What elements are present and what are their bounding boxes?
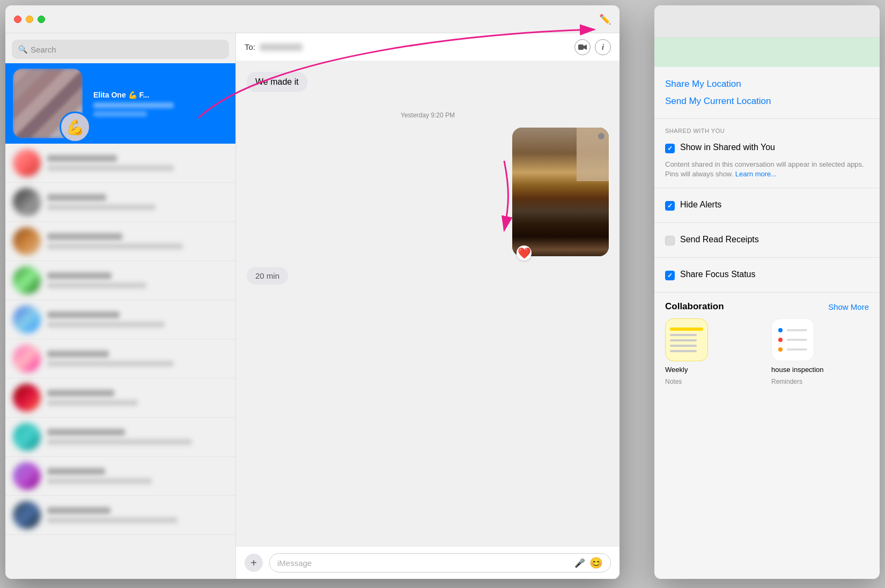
time-bubble: 20 min xyxy=(247,267,288,285)
attachment-button[interactable]: + xyxy=(245,554,263,572)
learn-more-link[interactable]: Learn more... xyxy=(735,170,777,178)
message-input-field[interactable]: iMessage 🎤 😊 xyxy=(269,553,611,572)
focus-status-checkbox[interactable]: ✓ xyxy=(665,271,675,280)
search-placeholder: Search xyxy=(31,45,56,54)
checkmark-icon: ✓ xyxy=(667,202,673,210)
list-item[interactable] xyxy=(5,339,235,378)
info-panel: Share My Location Send My Current Locati… xyxy=(654,5,880,579)
read-receipts-section: Send Read Receipts xyxy=(654,223,880,258)
message-timestamp: Yesterday 9:20 PM xyxy=(247,111,609,119)
content-area: 🔍 Search 💪 Elita One 💪 F... xyxy=(5,33,620,579)
checkmark-icon: ✓ xyxy=(667,272,673,279)
minimize-button[interactable] xyxy=(26,16,33,23)
selected-contact-name: Elita One 💪 F... xyxy=(93,91,228,99)
collab-item-house-inspection[interactable]: house inspection Reminders xyxy=(771,318,869,385)
search-bar[interactable]: 🔍 Search xyxy=(12,40,229,59)
list-item[interactable] xyxy=(5,457,235,496)
hide-alerts-label: Hide Alerts xyxy=(680,200,721,210)
list-item[interactable] xyxy=(5,378,235,418)
chat-input-area: + iMessage 🎤 😊 xyxy=(236,546,620,579)
list-item[interactable] xyxy=(5,418,235,457)
collab-item-type: Reminders xyxy=(771,378,802,385)
collab-item-type: Notes xyxy=(665,378,682,385)
checkmark-icon: ✓ xyxy=(667,145,673,152)
emoji-button[interactable]: 😊 xyxy=(589,556,603,569)
green-banner xyxy=(654,38,880,67)
conversation-list[interactable]: 💪 Elita One 💪 F... xyxy=(5,63,235,579)
collab-item-weekly[interactable]: Weekly Notes xyxy=(665,318,763,385)
svg-marker-1 xyxy=(584,44,587,50)
share-my-location-link[interactable]: Share My Location xyxy=(665,76,869,93)
collab-item-name: house inspection xyxy=(771,366,824,374)
collab-item-name: Weekly xyxy=(665,366,688,374)
collaboration-header: Collaboration Show More xyxy=(654,293,880,318)
send-current-location-link[interactable]: Send My Current Location xyxy=(665,93,869,110)
hide-alerts-section: ✓ Hide Alerts xyxy=(654,188,880,223)
maximize-button[interactable] xyxy=(38,16,45,23)
list-item[interactable] xyxy=(5,300,235,339)
chat-messages[interactable]: We made it Yesterday 9:20 PM xyxy=(236,61,620,546)
show-in-shared-row: ✓ Show in Shared with You xyxy=(665,139,869,157)
to-label: To: xyxy=(245,42,255,51)
show-in-shared-checkbox[interactable]: ✓ xyxy=(665,144,675,153)
show-in-shared-label: Show in Shared with You xyxy=(680,143,775,152)
shared-description: Content shared in this conversation will… xyxy=(665,160,869,179)
list-item[interactable] xyxy=(5,261,235,300)
list-item[interactable] xyxy=(5,222,235,261)
svg-rect-0 xyxy=(578,44,584,50)
focus-status-row: ✓ Share Focus Status xyxy=(665,266,869,284)
info-panel-content: Share My Location Send My Current Locati… xyxy=(654,38,880,579)
read-receipts-row: Send Read Receipts xyxy=(665,232,869,249)
heart-reaction: ❤️ xyxy=(517,245,532,260)
video-call-button[interactable] xyxy=(574,39,591,55)
info-panel-header xyxy=(654,5,880,38)
read-receipts-label: Send Read Receipts xyxy=(680,235,759,244)
title-bar: ✏️ xyxy=(5,5,620,33)
collaboration-title: Collaboration xyxy=(665,301,724,312)
show-more-button[interactable]: Show More xyxy=(828,302,869,311)
list-item[interactable] xyxy=(5,183,235,222)
audio-input-icon: 🎤 xyxy=(574,558,585,568)
close-button[interactable] xyxy=(14,16,21,23)
list-item[interactable] xyxy=(5,144,235,183)
info-button[interactable]: i xyxy=(595,39,611,55)
focus-status-label: Share Focus Status xyxy=(680,270,756,279)
to-value xyxy=(260,43,303,51)
search-icon: 🔍 xyxy=(18,45,27,54)
shared-with-you-section: SHARED WITH YOU ✓ Show in Shared with Yo… xyxy=(654,119,880,188)
shared-with-you-label: SHARED WITH YOU xyxy=(665,128,869,134)
location-section: Share My Location Send My Current Locati… xyxy=(654,67,880,119)
collaboration-section: Collaboration Show More We xyxy=(654,293,880,396)
focus-status-section: ✓ Share Focus Status xyxy=(654,258,880,293)
imessage-placeholder: iMessage xyxy=(277,559,570,568)
reminders-app-icon xyxy=(771,318,814,361)
hide-alerts-row: ✓ Hide Alerts xyxy=(665,197,869,214)
compose-icon[interactable]: ✏️ xyxy=(599,13,611,25)
chat-area: To: i We made it Yesterday 9:20 PM xyxy=(236,33,620,579)
photo-message xyxy=(512,128,609,256)
messages-window: ✏️ 🔍 Search 💪 xyxy=(5,5,620,579)
hide-alerts-checkbox[interactable]: ✓ xyxy=(665,201,675,211)
message-bubble: We made it xyxy=(247,72,307,92)
collaboration-items: Weekly Notes xyxy=(654,318,880,396)
sidebar: 🔍 Search 💪 Elita One 💪 F... xyxy=(5,33,236,579)
selected-conversation[interactable]: 💪 Elita One 💪 F... xyxy=(5,63,235,144)
list-item[interactable] xyxy=(5,496,235,535)
notes-app-icon xyxy=(665,318,708,361)
chat-header: To: i xyxy=(236,33,620,61)
read-receipts-checkbox[interactable] xyxy=(665,236,675,245)
